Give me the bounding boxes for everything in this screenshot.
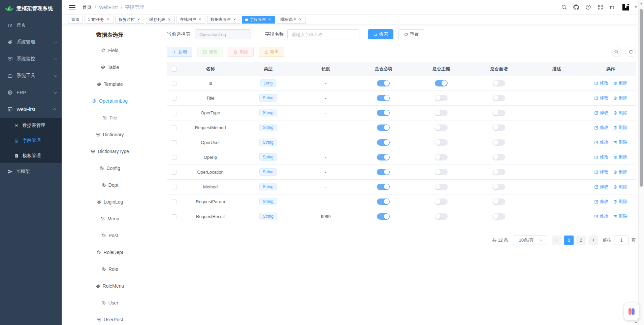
row-checkbox[interactable] — [172, 111, 176, 115]
required-switch[interactable] — [377, 154, 390, 160]
tab-close-icon[interactable]: × — [106, 17, 110, 22]
sidebar-item-field-management[interactable]: 字段管理 — [0, 133, 62, 148]
row-delete-link[interactable]: 删除 — [613, 213, 627, 219]
tab-close-icon[interactable]: × — [232, 17, 237, 22]
row-delete-link[interactable]: 删除 — [613, 110, 627, 116]
next-page-button[interactable] — [588, 236, 598, 245]
row-edit-link[interactable]: 修改 — [594, 95, 609, 101]
tree-item[interactable]: Role — [62, 261, 158, 278]
required-switch[interactable] — [377, 80, 390, 86]
row-edit-link[interactable]: 修改 — [594, 139, 609, 145]
required-switch[interactable] — [377, 139, 390, 146]
add-button[interactable]: 新增 — [167, 47, 192, 57]
row-delete-link[interactable]: 删除 — [613, 80, 627, 86]
row-edit-link[interactable]: 修改 — [594, 154, 609, 160]
tree-item[interactable]: Dept — [62, 177, 158, 193]
primary-key-switch[interactable] — [435, 184, 448, 190]
row-edit-link[interactable]: 修改 — [594, 80, 609, 86]
tab[interactable]: 数据表管理× — [207, 16, 240, 24]
tree-item[interactable]: File — [62, 109, 158, 126]
github-icon[interactable] — [573, 4, 579, 10]
export-button[interactable]: 导出 — [259, 47, 284, 57]
row-delete-link[interactable]: 删除 — [613, 154, 627, 160]
auto-increment-switch[interactable] — [492, 139, 505, 146]
tree-item[interactable]: Menu — [62, 210, 158, 227]
primary-key-switch[interactable] — [435, 139, 448, 146]
sidebar-item-system-management[interactable]: 系统管理 — [0, 34, 62, 50]
tree-item[interactable]: UserPost — [62, 311, 158, 325]
primary-key-switch[interactable] — [435, 154, 448, 160]
help-icon[interactable] — [585, 4, 591, 10]
row-delete-link[interactable]: 删除 — [613, 139, 627, 145]
auto-increment-switch[interactable] — [492, 198, 505, 205]
required-switch[interactable] — [377, 110, 390, 116]
row-checkbox[interactable] — [172, 96, 176, 101]
primary-key-switch[interactable] — [435, 169, 448, 175]
page-button-1[interactable]: 1 — [564, 236, 574, 245]
primary-key-switch[interactable] — [435, 80, 448, 86]
primary-key-switch[interactable] — [435, 213, 448, 220]
row-delete-link[interactable]: 删除 — [613, 95, 627, 101]
required-switch[interactable] — [377, 213, 390, 220]
caret-down-icon[interactable] — [635, 6, 637, 8]
row-checkbox[interactable] — [172, 170, 176, 175]
edit-button[interactable]: 修改 — [197, 47, 223, 57]
row-checkbox[interactable] — [172, 214, 176, 219]
required-switch[interactable] — [377, 95, 390, 101]
row-edit-link[interactable]: 修改 — [594, 124, 609, 131]
auto-increment-switch[interactable] — [492, 154, 505, 160]
search-icon[interactable] — [561, 4, 567, 10]
collapse-caret-icon[interactable] — [634, 322, 638, 324]
fullscreen-icon[interactable] — [598, 4, 603, 10]
tab[interactable]: 模板管理× — [277, 16, 306, 24]
row-edit-link[interactable]: 修改 — [594, 184, 609, 190]
tree-item[interactable]: Template — [62, 76, 158, 93]
tree-item[interactable]: Field — [62, 42, 158, 59]
auto-increment-switch[interactable] — [492, 213, 505, 220]
row-edit-link[interactable]: 修改 — [594, 198, 609, 205]
page-scrollbar[interactable] — [638, 0, 644, 325]
row-checkbox[interactable] — [172, 81, 176, 86]
required-switch[interactable] — [377, 124, 390, 131]
sidebar-item-system-tools[interactable]: 系统工具 — [0, 67, 62, 84]
sidebar-item-yi-framework[interactable]: Yi框架 — [0, 163, 62, 180]
tree-item[interactable]: User — [62, 294, 158, 311]
row-checkbox[interactable] — [172, 140, 176, 145]
row-checkbox[interactable] — [172, 185, 176, 189]
font-size-icon[interactable]: TT — [610, 4, 615, 10]
sidebar-item-home[interactable]: 首页 — [0, 17, 62, 34]
scrollbar-thumb[interactable] — [640, 9, 643, 187]
browser-extension-button[interactable] — [624, 303, 639, 320]
scrollbar-up-arrow-icon[interactable] — [640, 2, 643, 4]
row-delete-link[interactable]: 删除 — [613, 198, 627, 205]
tab[interactable]: 字段管理× — [242, 16, 275, 24]
tree-item[interactable]: Config — [62, 160, 158, 177]
primary-key-switch[interactable] — [435, 95, 448, 101]
row-checkbox[interactable] — [172, 155, 176, 160]
page-size-select[interactable]: 10条/页 — [513, 236, 547, 245]
tree-item[interactable]: Table — [62, 59, 158, 76]
tab-close-icon[interactable]: × — [136, 17, 141, 22]
prev-page-button[interactable] — [552, 236, 561, 245]
tree-item[interactable]: Dictionary — [62, 126, 158, 143]
row-delete-link[interactable]: 删除 — [613, 184, 627, 190]
tree-item[interactable]: DictionaryType — [62, 143, 158, 160]
table-refresh-button[interactable] — [626, 47, 636, 57]
reset-button[interactable]: 重置 — [398, 29, 424, 39]
tab[interactable]: 在线用户× — [176, 16, 205, 24]
tab[interactable]: 定时任务× — [85, 16, 114, 24]
required-switch[interactable] — [377, 198, 390, 205]
required-switch[interactable] — [377, 169, 390, 175]
auto-increment-switch[interactable] — [492, 124, 505, 131]
row-delete-link[interactable]: 删除 — [613, 169, 627, 175]
tree-item[interactable]: RoleDept — [62, 244, 158, 261]
tree-item[interactable]: RoleMenu — [62, 278, 158, 294]
sidebar-item-webfirst[interactable]: WebFirst — [0, 101, 62, 118]
row-checkbox[interactable] — [172, 200, 176, 204]
tab[interactable]: 首页 — [68, 16, 83, 24]
tree-item[interactable]: Post — [62, 227, 158, 244]
tree-item[interactable]: LoginLog — [62, 193, 158, 210]
sidebar-item-system-monitor[interactable]: 系统监控 — [0, 50, 62, 67]
tab-close-icon[interactable]: × — [298, 17, 302, 22]
search-button[interactable]: 搜索 — [368, 29, 393, 39]
